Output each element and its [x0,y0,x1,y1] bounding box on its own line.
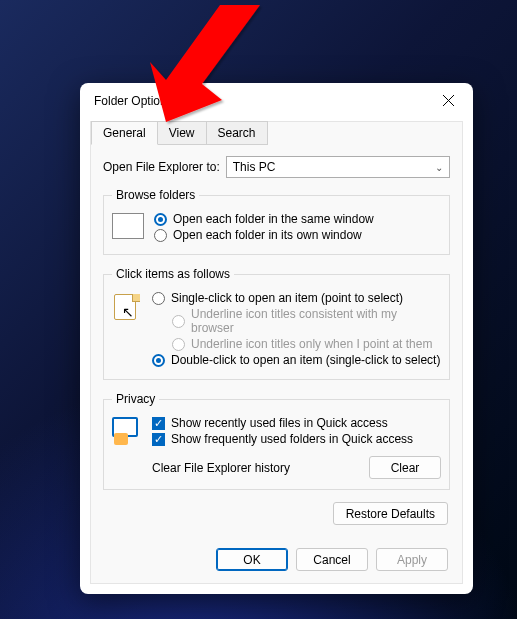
window-title: Folder Options [94,94,427,108]
open-explorer-label: Open File Explorer to: [103,160,220,174]
radio-same-window-label: Open each folder in the same window [173,212,374,226]
open-explorer-value: This PC [233,160,276,174]
tab-view[interactable]: View [157,121,207,145]
browse-folders-legend: Browse folders [112,188,199,202]
radio-double-click[interactable]: Double-click to open an item (single-cli… [152,353,441,367]
radio-double-click-label: Double-click to open an item (single-cli… [171,353,440,367]
tab-search[interactable]: Search [206,121,268,145]
restore-defaults-button[interactable]: Restore Defaults [333,502,448,525]
client-area: General View Search Open File Explorer t… [90,121,463,584]
radio-underline-browser: Underline icon titles consistent with my… [172,307,441,335]
radio-underline-point: Underline icon titles only when I point … [172,337,441,351]
click-items-group: Click items as follows ↖ Single-click to… [103,267,450,380]
folder-options-window: Folder Options General View Search Open … [80,83,473,594]
click-items-icon: ↖ [112,292,142,322]
radio-single-click[interactable]: Single-click to open an item (point to s… [152,291,441,305]
privacy-legend: Privacy [112,392,159,406]
chevron-down-icon: ⌄ [435,162,443,173]
general-pane: Open File Explorer to: This PC ⌄ Browse … [91,146,462,525]
click-items-legend: Click items as follows [112,267,234,281]
radio-single-click-label: Single-click to open an item (point to s… [171,291,403,305]
checkbox-icon: ✓ [152,417,165,430]
browse-folders-icon [112,213,144,239]
titlebar: Folder Options [80,83,473,118]
check-frequent-folders[interactable]: ✓ Show frequently used folders in Quick … [152,432,441,446]
radio-icon [172,338,185,351]
tab-strip: General View Search [91,121,462,145]
radio-icon [152,292,165,305]
check-recent-files-label: Show recently used files in Quick access [171,416,388,430]
browse-folders-group: Browse folders Open each folder in the s… [103,188,450,255]
close-button[interactable] [427,84,469,117]
cancel-button[interactable]: Cancel [296,548,368,571]
radio-icon [154,213,167,226]
privacy-icon [112,417,142,445]
checkbox-icon: ✓ [152,433,165,446]
radio-same-window[interactable]: Open each folder in the same window [154,212,441,226]
radio-own-window-label: Open each folder in its own window [173,228,362,242]
radio-own-window[interactable]: Open each folder in its own window [154,228,441,242]
apply-button[interactable]: Apply [376,548,448,571]
clear-history-label: Clear File Explorer history [152,461,290,475]
clear-button[interactable]: Clear [369,456,441,479]
radio-underline-point-label: Underline icon titles only when I point … [191,337,432,351]
radio-icon [172,315,185,328]
ok-button[interactable]: OK [216,548,288,571]
check-frequent-folders-label: Show frequently used folders in Quick ac… [171,432,413,446]
open-explorer-dropdown[interactable]: This PC ⌄ [226,156,450,178]
radio-underline-browser-label: Underline icon titles consistent with my… [191,307,441,335]
radio-icon [152,354,165,367]
tab-general[interactable]: General [91,121,158,145]
radio-icon [154,229,167,242]
close-icon [443,95,454,106]
dialog-buttons: OK Cancel Apply [216,548,448,571]
privacy-group: Privacy ✓ Show recently used files in Qu… [103,392,450,490]
check-recent-files[interactable]: ✓ Show recently used files in Quick acce… [152,416,441,430]
